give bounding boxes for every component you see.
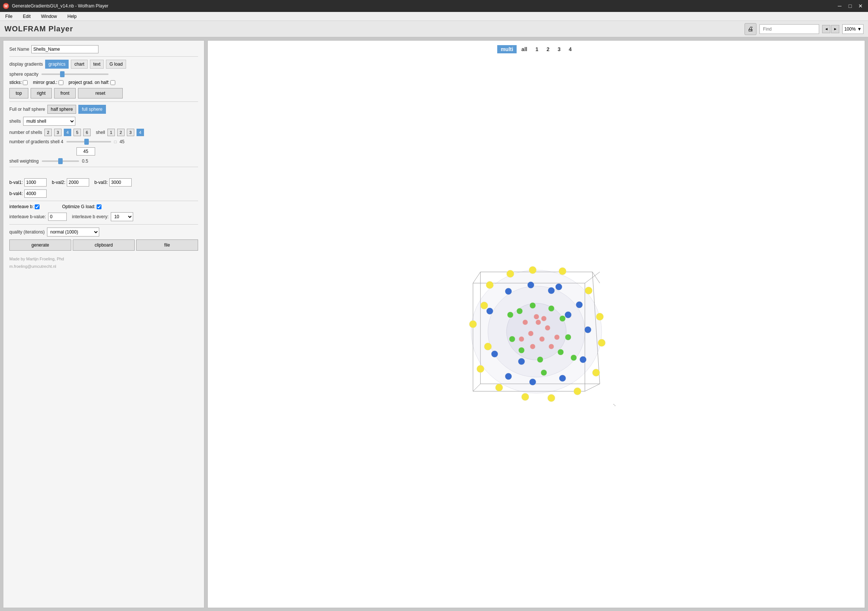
svg-point-48: [509, 336, 515, 342]
svg-point-26: [598, 339, 605, 347]
zoom-chevron-icon: ▼: [857, 26, 862, 32]
checkboxes-row: sticks: mirror grad.: project grad. on h…: [9, 80, 198, 85]
maximize-button[interactable]: □: [846, 2, 854, 11]
svg-point-16: [507, 303, 566, 360]
sticks-checkbox[interactable]: [23, 80, 28, 85]
file-button[interactable]: file: [136, 239, 198, 251]
find-input[interactable]: [760, 24, 819, 34]
menu-window[interactable]: Window: [39, 13, 59, 20]
num-shells-2[interactable]: 2: [44, 129, 52, 136]
optimize-g-checkbox[interactable]: [97, 205, 101, 209]
sticks-checkbox-label[interactable]: sticks:: [9, 80, 28, 85]
zoom-selector[interactable]: 100% ▼: [842, 24, 863, 34]
view-right-button[interactable]: right: [31, 88, 52, 98]
toolbar: WOLFRAM Player 🖨 ◄ ► 100% ▼: [0, 21, 868, 37]
tab-graphics[interactable]: graphics: [45, 60, 69, 69]
optimize-g-label[interactable]: Optimize G load:: [62, 204, 101, 209]
view-buttons-row: top right front reset: [9, 88, 198, 98]
view-tag-multi[interactable]: multi: [497, 45, 516, 53]
svg-line-10: [473, 384, 480, 391]
view-tag-1[interactable]: 1: [532, 45, 542, 53]
tab-gload[interactable]: G load: [106, 60, 126, 69]
gradients-input[interactable]: [76, 147, 95, 155]
num-shells-5[interactable]: 5: [73, 129, 81, 136]
minimize-button[interactable]: ─: [835, 2, 844, 11]
tab-text[interactable]: text: [90, 60, 104, 69]
display-gradients-label: display gradients: [9, 62, 43, 67]
svg-line-1: [473, 272, 480, 283]
credit1: Made by Martijn Froeling, Phd: [9, 257, 198, 261]
num-shells-3[interactable]: 3: [54, 129, 62, 136]
set-name-input[interactable]: [31, 45, 98, 53]
svg-point-56: [517, 308, 522, 314]
view-tag-3[interactable]: 3: [554, 45, 564, 53]
svg-point-65: [534, 314, 539, 319]
bval1-input[interactable]: [24, 178, 46, 186]
svg-point-50: [537, 357, 543, 363]
interleave-bvalue-input[interactable]: [48, 212, 67, 221]
shell-1[interactable]: 1: [107, 129, 115, 136]
half-sphere-button[interactable]: half sphere: [47, 105, 76, 114]
num-gradients-slider[interactable]: [67, 141, 111, 143]
close-button[interactable]: ✕: [856, 2, 865, 11]
quality-select[interactable]: normal (1000) fast (100) slow (5000): [47, 228, 99, 236]
interleave-every-select[interactable]: 10 5 15 20: [111, 212, 133, 221]
clipboard-button[interactable]: clipboard: [73, 239, 135, 251]
shell-4[interactable]: 4: [136, 129, 144, 136]
bval2-input[interactable]: [67, 178, 89, 186]
view-tag-2[interactable]: 2: [543, 45, 553, 53]
interleave-b-checkbox[interactable]: [35, 205, 40, 209]
view-reset-button[interactable]: reset: [78, 88, 123, 98]
svg-point-43: [505, 288, 512, 295]
print-button[interactable]: 🖨: [744, 23, 756, 35]
svg-point-58: [571, 355, 577, 361]
menu-bar: File Edit Window Help: [0, 12, 868, 21]
full-sphere-button[interactable]: full sphere: [78, 105, 105, 114]
svg-point-17: [469, 320, 477, 328]
svg-point-53: [560, 316, 566, 321]
interleave-b-label[interactable]: interleave b:: [9, 204, 40, 209]
tab-chart[interactable]: chart: [71, 60, 88, 69]
menu-file[interactable]: File: [3, 13, 14, 20]
svg-point-62: [539, 337, 545, 342]
num-shells-label: number of shells: [9, 130, 42, 135]
svg-point-49: [518, 347, 524, 353]
svg-point-60: [528, 331, 533, 336]
sphere-type-label: Full or half sphere: [9, 107, 45, 112]
num-shells-6[interactable]: 6: [83, 129, 91, 136]
view-front-button[interactable]: front: [54, 88, 76, 98]
bval2-group: b-val2:: [52, 178, 89, 186]
visualization-container[interactable]: ⤡: [212, 56, 860, 603]
bval3-input[interactable]: [109, 178, 132, 186]
nav-next-button[interactable]: ►: [831, 25, 839, 33]
interleave-b-text: interleave b:: [9, 204, 34, 209]
view-tag-all[interactable]: all: [518, 45, 531, 53]
svg-point-66: [554, 335, 560, 340]
bval4-input[interactable]: [24, 189, 46, 198]
mirror-grad-checkbox[interactable]: [59, 80, 64, 85]
shell-weighting-slider[interactable]: [42, 160, 79, 162]
svg-point-36: [529, 378, 536, 385]
svg-point-20: [477, 365, 484, 373]
svg-point-18: [480, 302, 488, 309]
view-top-button[interactable]: top: [9, 88, 28, 98]
optimize-g-text: Optimize G load:: [62, 204, 95, 209]
shell-3[interactable]: 3: [127, 129, 134, 136]
shell-2[interactable]: 2: [117, 129, 125, 136]
sphere-opacity-slider[interactable]: [42, 73, 108, 75]
num-shells-4[interactable]: 4: [64, 129, 71, 136]
project-grad-checkbox[interactable]: [110, 80, 115, 85]
svg-point-67: [519, 337, 524, 342]
separator-5: [9, 224, 198, 225]
view-tag-4[interactable]: 4: [566, 45, 575, 53]
generate-button[interactable]: generate: [9, 239, 71, 251]
nav-prev-button[interactable]: ◄: [822, 25, 830, 33]
svg-point-69: [549, 344, 554, 349]
project-grad-checkbox-label[interactable]: project grad. on half:: [69, 80, 115, 85]
svg-point-32: [486, 281, 493, 289]
menu-help[interactable]: Help: [65, 13, 79, 20]
shells-select[interactable]: multi shell single shell: [23, 117, 75, 126]
menu-edit[interactable]: Edit: [20, 13, 33, 20]
project-grad-label: project grad. on half:: [69, 80, 109, 85]
mirror-grad-checkbox-label[interactable]: mirror grad.:: [33, 80, 63, 85]
